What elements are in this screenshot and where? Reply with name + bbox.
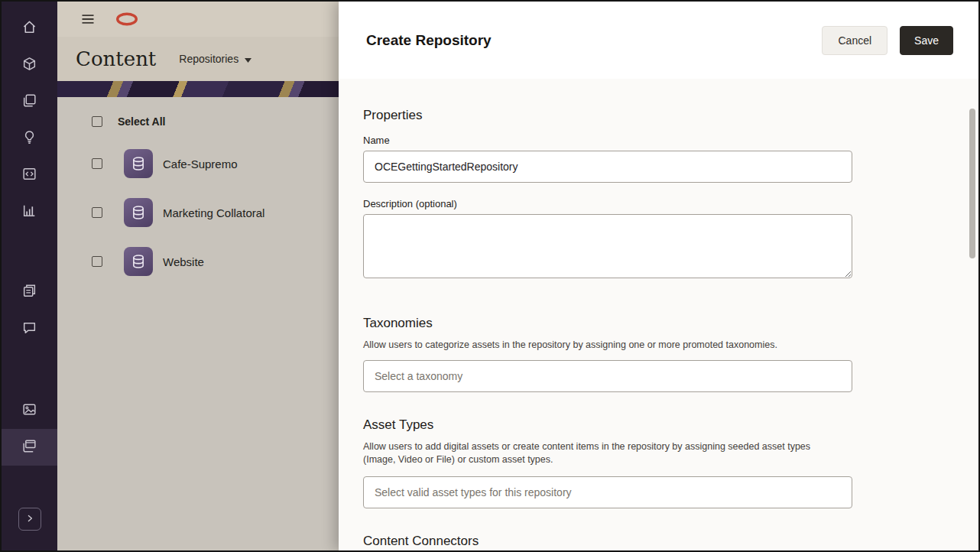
sidebar-item-conversations[interactable] xyxy=(2,310,57,347)
repositories-dropdown-label: Repositories xyxy=(179,53,239,65)
database-icon xyxy=(124,198,153,227)
chat-icon xyxy=(21,320,37,339)
select-all-row: Select All xyxy=(92,114,339,129)
description-label: Description (optional) xyxy=(363,198,978,209)
panel-header: Create Repository Cancel Save xyxy=(339,2,978,79)
row-checkbox[interactable] xyxy=(92,207,102,218)
windows-icon xyxy=(21,438,37,457)
panel-scrollbar[interactable] xyxy=(969,109,975,258)
database-icon xyxy=(124,149,153,178)
sidebar-item-documents[interactable] xyxy=(2,274,57,310)
stack-icon xyxy=(21,93,37,112)
decorative-banner xyxy=(57,81,339,97)
list-item[interactable]: Marketing Collatoral xyxy=(92,198,339,227)
content-connectors-heading: Content Connectors xyxy=(363,534,978,549)
sidebar-item-home[interactable] xyxy=(2,10,57,47)
save-button[interactable]: Save xyxy=(900,26,953,55)
repository-name: Marketing Collatoral xyxy=(163,206,264,219)
cancel-button[interactable]: Cancel xyxy=(822,26,888,55)
topbar xyxy=(57,2,339,37)
sidebar-item-media[interactable] xyxy=(2,392,57,429)
content-area: Content Repositories Select All Cafe-Sup… xyxy=(57,2,339,550)
sidebar-group-docs xyxy=(2,274,57,347)
taxonomy-select-input[interactable] xyxy=(363,360,852,392)
home-icon xyxy=(21,19,37,38)
lightbulb-icon xyxy=(21,129,37,148)
row-checkbox[interactable] xyxy=(92,256,102,267)
create-repository-panel: Create Repository Cancel Save Properties… xyxy=(339,2,978,550)
asset-types-heading: Asset Types xyxy=(363,417,978,433)
asset-types-select-input[interactable] xyxy=(363,476,852,508)
oracle-logo xyxy=(115,12,138,26)
page-title: Content xyxy=(76,47,156,70)
select-all-label: Select All xyxy=(118,115,166,128)
repository-name: Website xyxy=(163,255,204,268)
sidebar-item-embed[interactable] xyxy=(2,157,57,193)
taxonomies-description: Allow users to categorize assets in the … xyxy=(363,339,841,351)
bar-chart-icon xyxy=(21,203,37,222)
sidebar-group-sites xyxy=(2,392,57,466)
sidebar-item-analytics[interactable] xyxy=(2,193,57,230)
app-window: Content Repositories Select All Cafe-Sup… xyxy=(0,0,980,552)
sidebar-group-main xyxy=(2,10,57,230)
description-field[interactable] xyxy=(363,214,852,278)
cube-icon xyxy=(21,56,37,75)
menu-icon[interactable] xyxy=(80,11,96,27)
documents-icon xyxy=(21,283,37,302)
repository-name: Cafe-Supremo xyxy=(163,157,238,170)
chevron-down-icon xyxy=(245,53,251,65)
select-all-checkbox[interactable] xyxy=(92,116,102,127)
sidebar-item-ideas[interactable] xyxy=(2,120,57,157)
chevron-right-icon xyxy=(24,512,36,527)
row-checkbox[interactable] xyxy=(92,158,102,169)
panel-body: Properties Name Description (optional) T… xyxy=(339,79,978,550)
repository-list: Select All Cafe-Supremo Marketing Collat… xyxy=(57,97,339,550)
list-item[interactable]: Website xyxy=(92,247,339,276)
panel-title: Create Repository xyxy=(366,32,822,49)
list-item[interactable]: Cafe-Supremo xyxy=(92,149,339,178)
sidebar-expand-button[interactable] xyxy=(18,508,41,531)
properties-heading: Properties xyxy=(363,108,978,123)
sidebar xyxy=(2,2,57,550)
page-head: Content Repositories xyxy=(57,37,339,81)
image-icon xyxy=(21,401,37,420)
taxonomies-heading: Taxonomies xyxy=(363,316,978,331)
name-label: Name xyxy=(363,135,978,146)
asset-types-description: Allow users to add digital assets or cre… xyxy=(363,440,841,466)
database-icon xyxy=(124,247,153,276)
code-box-icon xyxy=(21,166,37,185)
repositories-dropdown[interactable]: Repositories xyxy=(179,53,251,65)
name-field[interactable] xyxy=(363,151,852,183)
sidebar-item-collections[interactable] xyxy=(2,83,57,120)
sidebar-item-sites[interactable] xyxy=(2,429,57,466)
sidebar-item-assets[interactable] xyxy=(2,47,57,83)
